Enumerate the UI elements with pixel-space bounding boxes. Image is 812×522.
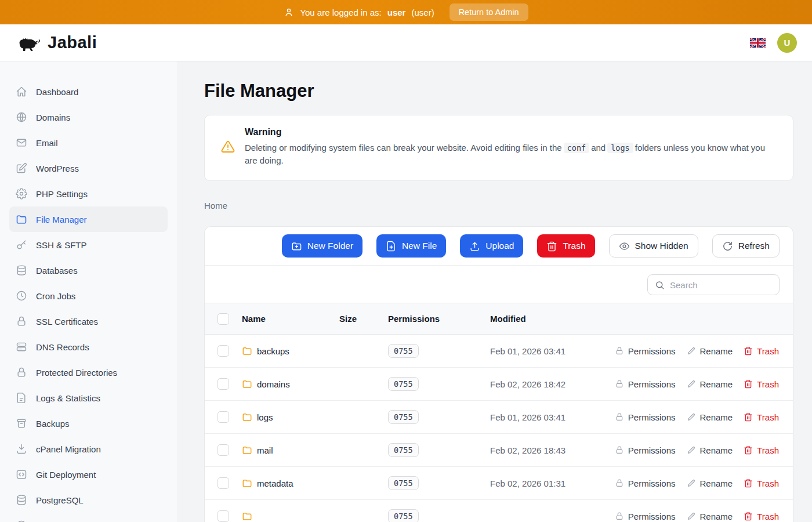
folder-name-link[interactable]: metadata <box>242 478 339 488</box>
sidebar-item-extra[interactable] <box>9 513 168 522</box>
warning-title: Warning <box>245 127 779 137</box>
table-row: 0755 Permissions Rename Trash <box>205 500 793 522</box>
folder-name-link[interactable] <box>242 511 339 521</box>
warning-triangle-icon <box>221 140 235 154</box>
new-folder-button[interactable]: New Folder <box>282 234 362 258</box>
code-logs: logs <box>607 143 633 153</box>
user-avatar[interactable]: U <box>777 33 797 53</box>
show-hidden-button[interactable]: Show Hidden <box>609 234 698 258</box>
breadcrumb: Home <box>204 201 793 211</box>
table-row: domains 0755 Feb 02, 2026 18:42 Permissi… <box>205 368 793 401</box>
sidebar-item-postgresql[interactable]: PostgreSQL <box>9 487 168 513</box>
sidebar-item-php-settings[interactable]: PHP Settings <box>9 181 168 206</box>
upload-icon <box>469 241 480 252</box>
refresh-button[interactable]: Refresh <box>712 234 780 258</box>
col-header-modified: Modified <box>490 314 630 324</box>
row-action-rename[interactable]: Rename <box>687 512 733 521</box>
permissions-badge: 0755 <box>388 344 419 358</box>
folder-name-link[interactable]: mail <box>242 445 339 455</box>
key-icon <box>16 239 27 251</box>
sidebar-item-git-deployment[interactable]: Git Deployment <box>9 462 168 487</box>
folder-icon <box>242 346 252 356</box>
folder-name-link[interactable]: domains <box>242 379 339 389</box>
row-action-permissions[interactable]: Permissions <box>615 445 676 455</box>
folder-name-link[interactable]: logs <box>242 412 339 422</box>
clock-icon <box>16 290 27 302</box>
select-all-checkbox[interactable] <box>217 313 229 325</box>
logged-in-as: You are logged in as: user (user) <box>284 7 434 17</box>
row-action-trash[interactable]: Trash <box>744 478 779 488</box>
sidebar-item-email[interactable]: Email <box>9 130 168 155</box>
file-manager-panel: New Folder New File Upload Trash Show Hi… <box>204 226 793 522</box>
sidebar-item-protected-directories[interactable]: Protected Directories <box>9 360 168 385</box>
permissions-badge: 0755 <box>388 410 419 424</box>
database-icon <box>16 264 27 276</box>
row-action-permissions[interactable]: Permissions <box>615 512 676 521</box>
row-checkbox[interactable] <box>217 444 229 456</box>
archive-box-icon <box>16 418 27 429</box>
breadcrumb-home-link[interactable]: Home <box>204 201 227 211</box>
row-action-permissions[interactable]: Permissions <box>615 412 676 422</box>
brand[interactable]: Jabali <box>15 33 97 52</box>
row-action-rename[interactable]: Rename <box>687 412 733 422</box>
sidebar-item-cpanel-migration[interactable]: cPanel Migration <box>9 436 168 462</box>
sidebar-item-cron-jobs[interactable]: Cron Jobs <box>9 283 168 309</box>
permissions-badge: 0755 <box>388 476 419 490</box>
file-plus-icon <box>386 241 397 252</box>
sidebar-item-wordpress[interactable]: WordPress <box>9 155 168 181</box>
sidebar-item-ssh-sftp[interactable]: SSH & SFTP <box>9 232 168 258</box>
folder-icon <box>242 478 252 488</box>
download-icon <box>16 443 27 455</box>
row-action-trash[interactable]: Trash <box>744 445 779 455</box>
row-checkbox[interactable] <box>217 345 229 357</box>
trash-button[interactable]: Trash <box>537 234 594 258</box>
row-action-permissions[interactable]: Permissions <box>615 478 676 488</box>
folder-name-link[interactable]: backups <box>242 346 339 356</box>
pencil-icon <box>687 478 696 488</box>
row-action-trash[interactable]: Trash <box>744 412 779 422</box>
row-action-trash[interactable]: Trash <box>744 379 779 389</box>
mail-icon <box>16 137 27 148</box>
row-action-rename[interactable]: Rename <box>687 379 733 389</box>
modified-cell: Feb 01, 2026 03:41 <box>490 412 630 422</box>
folder-icon <box>242 511 252 521</box>
row-action-rename[interactable]: Rename <box>687 445 733 455</box>
row-action-trash[interactable]: Trash <box>744 512 779 521</box>
upload-button[interactable]: Upload <box>460 234 523 258</box>
sidebar-item-dashboard[interactable]: Dashboard <box>9 79 168 104</box>
app-header: Jabali U <box>0 24 812 61</box>
language-flag-uk-icon[interactable] <box>750 38 766 48</box>
row-action-rename[interactable]: Rename <box>687 346 733 356</box>
lock-icon <box>615 445 624 455</box>
row-checkbox[interactable] <box>217 477 229 489</box>
search-input[interactable] <box>670 280 772 290</box>
sidebar-item-backups[interactable]: Backups <box>9 411 168 436</box>
modified-cell: Feb 01, 2026 03:41 <box>490 346 630 356</box>
logged-in-role: (user) <box>411 8 434 17</box>
sidebar-item-ssl-certificates[interactable]: SSL Certificates <box>9 309 168 334</box>
row-checkbox[interactable] <box>217 510 229 522</box>
table-header: Name Size Permissions Modified <box>205 303 793 335</box>
sidebar-item-databases[interactable]: Databases <box>9 258 168 283</box>
sidebar-item-dns-records[interactable]: DNS Records <box>9 334 168 360</box>
refresh-icon <box>722 241 733 252</box>
modified-cell: Feb 02, 2026 18:43 <box>490 445 630 455</box>
row-action-trash[interactable]: Trash <box>744 346 779 356</box>
boar-logo-icon <box>15 34 42 52</box>
row-action-permissions[interactable]: Permissions <box>615 346 676 356</box>
table-row: logs 0755 Feb 01, 2026 03:41 Permissions… <box>205 401 793 434</box>
sidebar-item-domains[interactable]: Domains <box>9 104 168 130</box>
file-text-icon <box>16 392 27 404</box>
globe-icon <box>16 111 27 123</box>
return-to-admin-button[interactable]: Return to Admin <box>449 3 528 21</box>
search-icon <box>655 280 665 290</box>
pencil-icon <box>687 445 696 455</box>
row-checkbox[interactable] <box>217 378 229 390</box>
row-checkbox[interactable] <box>217 411 229 423</box>
row-action-rename[interactable]: Rename <box>687 478 733 488</box>
sidebar-item-logs-statistics[interactable]: Logs & Statistics <box>9 385 168 411</box>
new-file-button[interactable]: New File <box>376 234 446 258</box>
row-action-permissions[interactable]: Permissions <box>615 379 676 389</box>
sidebar-item-file-manager[interactable]: File Manager <box>9 206 168 232</box>
col-header-permissions: Permissions <box>388 314 490 324</box>
